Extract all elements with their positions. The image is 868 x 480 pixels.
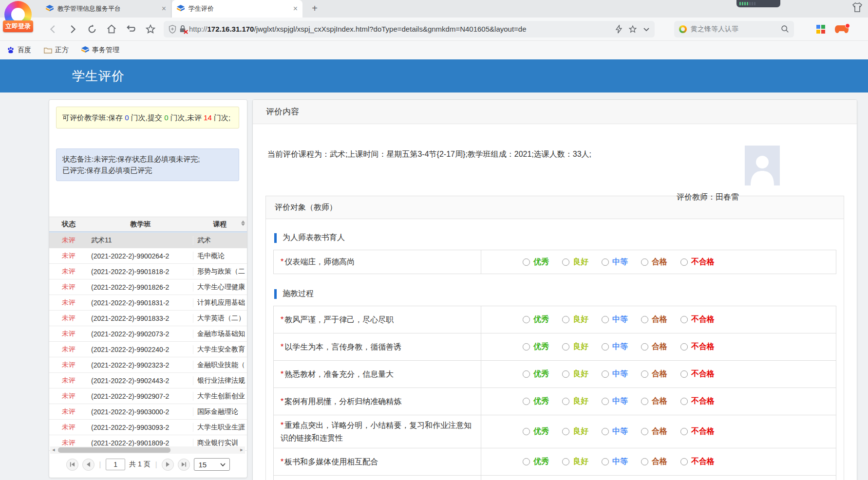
- class-row[interactable]: 未评(2021-2022-2)-9901831-2计算机应用基础: [49, 295, 247, 311]
- radio-icon[interactable]: [641, 428, 648, 435]
- rating-option[interactable]: 合格: [641, 396, 667, 406]
- column-header-status[interactable]: 状态: [49, 217, 88, 232]
- radio-icon[interactable]: [562, 458, 569, 465]
- rating-option[interactable]: 中等: [602, 257, 628, 267]
- reload-icon[interactable]: [86, 23, 98, 36]
- apps-grid-icon[interactable]: [816, 25, 825, 34]
- radio-icon[interactable]: [562, 258, 569, 266]
- rating-option[interactable]: 合格: [641, 369, 667, 379]
- rating-option[interactable]: 不合格: [680, 342, 715, 352]
- rating-option[interactable]: 良好: [562, 457, 588, 467]
- radio-icon[interactable]: [562, 428, 569, 435]
- chevron-down-icon[interactable]: [643, 27, 650, 32]
- tab-jiaoxue-guanli[interactable]: 教学管理信息服务平台 ×: [41, 0, 171, 18]
- class-row[interactable]: 未评(2021-2022-2)-9900264-2毛中概论: [49, 248, 247, 264]
- prev-page-button[interactable]: [82, 459, 94, 471]
- class-row[interactable]: 未评(2021-2022-2)-9901818-2形势与政策（二: [49, 264, 247, 279]
- rating-option[interactable]: 优秀: [523, 257, 549, 267]
- rating-option[interactable]: 合格: [641, 342, 667, 352]
- rating-option[interactable]: 良好: [562, 369, 588, 379]
- class-row[interactable]: 未评武术11武术: [49, 233, 247, 248]
- rating-option[interactable]: 良好: [562, 342, 588, 352]
- radio-icon[interactable]: [602, 458, 609, 465]
- class-row[interactable]: 未评(2021-2022-2)-9902073-2金融市场基础知: [49, 326, 247, 342]
- forward-icon[interactable]: [66, 23, 79, 36]
- radio-icon[interactable]: [641, 398, 648, 405]
- rating-option[interactable]: 不合格: [680, 257, 715, 267]
- rating-option[interactable]: 中等: [602, 457, 628, 467]
- quick-access-bolt-icon[interactable]: [615, 25, 623, 34]
- radio-icon[interactable]: [641, 458, 648, 465]
- close-icon[interactable]: ×: [293, 4, 298, 13]
- radio-icon[interactable]: [680, 343, 688, 351]
- rating-option[interactable]: 优秀: [523, 369, 549, 379]
- rating-option[interactable]: 优秀: [523, 457, 549, 467]
- bookmark-zhengfang[interactable]: 正方: [44, 46, 69, 55]
- rating-option[interactable]: 优秀: [523, 314, 549, 325]
- class-row[interactable]: 未评(2021-2022-2)-9902907-2大学生创新创业: [49, 388, 247, 404]
- bookmark-baidu[interactable]: 百度: [7, 46, 31, 55]
- theme-skin-icon[interactable]: [851, 2, 863, 13]
- rating-option[interactable]: 优秀: [523, 396, 549, 406]
- rating-option[interactable]: 中等: [602, 342, 628, 352]
- radio-icon[interactable]: [562, 343, 569, 351]
- radio-icon[interactable]: [562, 398, 569, 405]
- rating-option[interactable]: 不合格: [680, 396, 715, 406]
- rating-option[interactable]: 良好: [562, 426, 588, 437]
- address-bar[interactable]: http://172.16.31.170/jwglxt/xspjgl/xspj_…: [164, 21, 655, 37]
- rating-option[interactable]: 合格: [641, 314, 667, 325]
- radio-icon[interactable]: [523, 398, 530, 405]
- last-page-button[interactable]: [178, 459, 190, 471]
- rating-option[interactable]: 良好: [562, 314, 588, 325]
- class-row[interactable]: 未评(2021-2022-2)-9901826-2大学生心理健康: [49, 279, 247, 295]
- first-page-button[interactable]: [66, 459, 78, 471]
- search-icon[interactable]: [781, 25, 789, 33]
- rating-option[interactable]: 不合格: [680, 314, 715, 325]
- rating-option[interactable]: 不合格: [680, 457, 715, 467]
- horizontal-scrollbar[interactable]: ◄ ►: [50, 446, 245, 454]
- radio-icon[interactable]: [523, 370, 530, 378]
- rating-option[interactable]: 合格: [641, 457, 667, 467]
- radio-icon[interactable]: [641, 316, 648, 323]
- rating-option[interactable]: 合格: [641, 257, 667, 267]
- rating-option[interactable]: 优秀: [523, 426, 549, 437]
- page-number-input[interactable]: 1: [106, 459, 125, 470]
- radio-icon[interactable]: [602, 258, 609, 266]
- radio-icon[interactable]: [523, 316, 530, 323]
- class-row[interactable]: 未评(2021-2022-2)-9902443-2银行业法律法规: [49, 373, 247, 388]
- tab-xuesheng-pingjia[interactable]: 学生评价 ×: [172, 0, 302, 18]
- radio-icon[interactable]: [680, 428, 688, 435]
- new-tab-button[interactable]: +: [308, 2, 321, 16]
- favorite-star-icon[interactable]: [144, 23, 157, 36]
- radio-icon[interactable]: [602, 428, 609, 435]
- class-row[interactable]: 未评(2021-2022-2)-9901833-2大学英语（二）: [49, 311, 247, 326]
- radio-icon[interactable]: [641, 343, 648, 351]
- column-header-class[interactable]: 教学班: [88, 217, 193, 232]
- column-header-course[interactable]: 课程: [193, 217, 247, 232]
- scrollbar-track[interactable]: [57, 447, 238, 453]
- scroll-right-icon[interactable]: ►: [238, 446, 245, 454]
- bookmark-star-icon[interactable]: [628, 25, 637, 34]
- rating-option[interactable]: 不合格: [680, 369, 715, 379]
- insecure-lock-icon[interactable]: [179, 25, 186, 33]
- home-icon[interactable]: [105, 23, 118, 36]
- radio-icon[interactable]: [641, 370, 648, 378]
- radio-icon[interactable]: [680, 370, 688, 378]
- rating-option[interactable]: 中等: [602, 314, 628, 325]
- radio-icon[interactable]: [523, 258, 530, 266]
- rating-option[interactable]: 良好: [562, 257, 588, 267]
- close-icon[interactable]: ×: [162, 4, 166, 13]
- class-row[interactable]: 未评(2021-2022-2)-9903093-2大学生职业生涯: [49, 420, 247, 435]
- radio-icon[interactable]: [523, 458, 530, 465]
- next-page-button[interactable]: [162, 459, 174, 471]
- login-button[interactable]: 立即登录: [3, 20, 33, 32]
- radio-icon[interactable]: [602, 343, 609, 351]
- radio-icon[interactable]: [602, 316, 609, 323]
- radio-icon[interactable]: [602, 370, 609, 378]
- radio-icon[interactable]: [680, 458, 688, 465]
- rating-option[interactable]: 合格: [641, 426, 667, 437]
- rating-option[interactable]: 中等: [602, 426, 628, 437]
- radio-icon[interactable]: [680, 316, 688, 323]
- scrollbar-thumb[interactable]: [58, 447, 170, 453]
- radio-icon[interactable]: [523, 343, 530, 351]
